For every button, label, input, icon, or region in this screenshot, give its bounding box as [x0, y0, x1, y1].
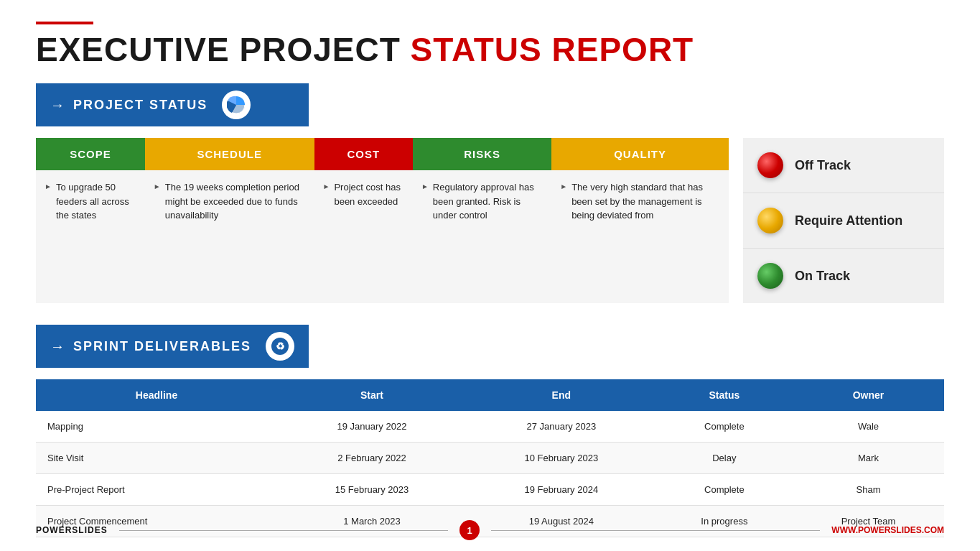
bullet-icon: ►: [560, 181, 567, 192]
schedule-cell: ► The 19 weeks completion period might b…: [145, 170, 314, 303]
page: EXECUTIVE PROJECT STATUS REPORT → PROJEC…: [0, 0, 980, 551]
sprint-row: Site Visit2 February 202210 February 202…: [36, 443, 944, 474]
legend-on-track: On Track: [743, 249, 944, 303]
footer-line-left: [119, 530, 448, 531]
legend-box: Off Track Require Attention On Track: [743, 138, 944, 303]
col-scope: SCOPE: [36, 138, 145, 170]
sprint-table: Headline Start End Status Owner Mapping1…: [36, 379, 944, 537]
quality-text: The very high standard that has been set…: [571, 180, 720, 223]
arrow-icon: →: [50, 97, 65, 114]
cell-end: 10 February 2023: [467, 443, 656, 474]
sprint-row: Pre-Project Report15 February 202319 Feb…: [36, 474, 944, 506]
col-quality: QUALITY: [551, 138, 729, 170]
green-circle-icon: [757, 263, 783, 289]
project-status-label: PROJECT STATUS: [73, 98, 207, 113]
header-accent-line: [36, 22, 93, 24]
sprint-row: Mapping19 January 202227 January 2023Com…: [36, 411, 944, 443]
cell-start: 2 February 2022: [277, 443, 467, 474]
risks-text: Regulatory approval has been granted. Ri…: [433, 180, 543, 223]
on-track-label: On Track: [795, 269, 850, 284]
cell-headline: Pre-Project Report: [36, 474, 277, 506]
cell-end: 27 January 2023: [467, 411, 656, 443]
cell-owner: Mark: [793, 443, 944, 474]
title-black: EXECUTIVE PROJECT: [36, 31, 411, 68]
cost-bullet: ► Project cost has been exceeded: [323, 180, 404, 208]
col-status: Status: [656, 379, 793, 411]
footer-line-right: [491, 530, 820, 531]
recycling-icon-container: ♻: [266, 332, 294, 361]
col-schedule: SCHEDULE: [145, 138, 314, 170]
col-risks: RISKS: [413, 138, 551, 170]
cost-cell: ► Project cost has been exceeded: [314, 170, 413, 303]
quality-cell: ► The very high standard that has been s…: [551, 170, 729, 303]
cell-start: 19 January 2022: [277, 411, 467, 443]
col-end: End: [467, 379, 656, 411]
legend-require-attention: Require Attention: [743, 193, 944, 249]
cell-headline: Site Visit: [36, 443, 277, 474]
legend-off-track: Off Track: [743, 138, 944, 193]
title-red: STATUS REPORT: [411, 31, 694, 68]
col-owner: Owner: [793, 379, 944, 411]
sprint-deliverables-header: → SPRINT DELIVERABLES ♻: [36, 325, 309, 368]
risks-cell: ► Regulatory approval has been granted. …: [413, 170, 551, 303]
main-title: EXECUTIVE PROJECT STATUS REPORT: [36, 30, 944, 69]
pie-chart-icon-container: [222, 91, 251, 119]
cell-owner: Wale: [793, 411, 944, 443]
schedule-bullet: ► The 19 weeks completion period might b…: [154, 180, 306, 223]
svg-text:♻: ♻: [276, 341, 285, 352]
cell-end: 19 February 2024: [467, 474, 656, 506]
scope-cell: ► To upgrade 50 feeders all across the s…: [36, 170, 145, 303]
footer-brand: POWERSLIDES: [36, 525, 108, 535]
col-start: Start: [277, 379, 467, 411]
cell-status: Delay: [656, 443, 793, 474]
cost-text: Project cost has been exceeded: [334, 180, 403, 208]
pie-chart-icon: [227, 96, 246, 114]
off-track-label: Off Track: [795, 158, 851, 173]
scope-text: To upgrade 50 feeders all across the sta…: [56, 180, 136, 223]
cell-status: Complete: [656, 474, 793, 506]
col-headline: Headline: [36, 379, 277, 411]
bullet-icon: ►: [154, 181, 161, 192]
status-row: ► To upgrade 50 feeders all across the s…: [36, 170, 729, 303]
scope-bullet: ► To upgrade 50 feeders all across the s…: [45, 180, 136, 223]
footer-url: WWW.POWERSLIDES.COM: [831, 525, 944, 535]
cell-headline: Mapping: [36, 411, 277, 443]
arrow-icon-2: →: [50, 338, 65, 355]
cell-status: Complete: [656, 411, 793, 443]
red-circle-icon: [757, 152, 783, 178]
risks-bullet: ► Regulatory approval has been granted. …: [421, 180, 543, 223]
status-table: SCOPE SCHEDULE COST RISKS QUALITY ► To u…: [36, 138, 729, 303]
status-area: SCOPE SCHEDULE COST RISKS QUALITY ► To u…: [36, 138, 944, 303]
gold-circle-icon: [757, 208, 783, 233]
bullet-icon: ►: [45, 181, 52, 192]
footer: POWERSLIDES 1 WWW.POWERSLIDES.COM: [36, 520, 944, 540]
cell-start: 15 February 2023: [277, 474, 467, 506]
cell-owner: Sham: [793, 474, 944, 506]
bullet-icon: ►: [323, 181, 330, 192]
footer-page-number: 1: [459, 520, 480, 540]
require-attention-label: Require Attention: [795, 213, 902, 228]
bullet-icon: ►: [421, 181, 429, 192]
sprint-header-row: Headline Start End Status Owner: [36, 379, 944, 411]
schedule-text: The 19 weeks completion period might be …: [165, 180, 306, 223]
col-cost: COST: [314, 138, 413, 170]
recycling-icon: ♻: [271, 337, 289, 356]
sprint-deliverables-label: SPRINT DELIVERABLES: [73, 339, 251, 354]
quality-bullet: ► The very high standard that has been s…: [560, 180, 720, 223]
project-status-header: → PROJECT STATUS: [36, 83, 309, 126]
